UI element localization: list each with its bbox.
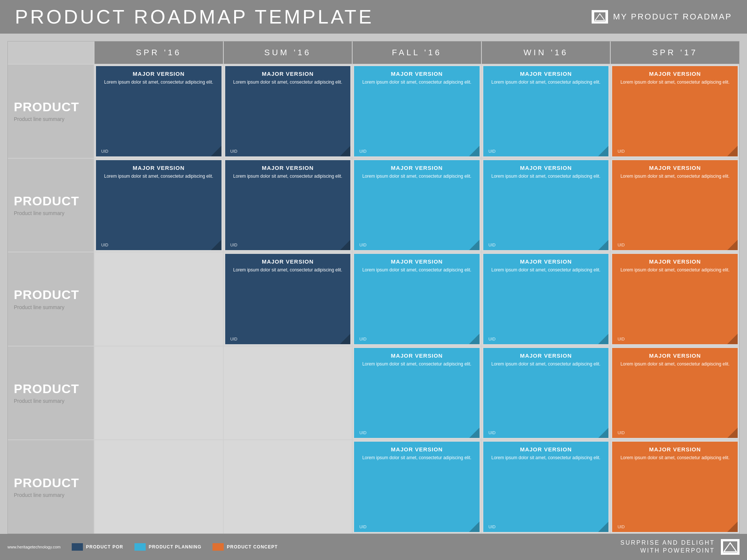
version-title: MAJOR VERSION	[649, 258, 701, 265]
card-top: MAJOR VERSION Lorem ipsum dolor sit amet…	[101, 71, 216, 85]
footer-left: www.heritagetechnology.com PRODUCT POR P…	[7, 543, 278, 551]
brand-icon	[592, 10, 608, 24]
cell-r4-c3: MAJOR VERSION Lorem ipsum dolor sit amet…	[482, 440, 610, 533]
version-card-r4-c3: MAJOR VERSION Lorem ipsum dolor sit amet…	[483, 442, 609, 532]
card-top: MAJOR VERSION Lorem ipsum dolor sit amet…	[617, 352, 732, 367]
version-uid: UID	[489, 243, 604, 247]
header-brand: MY PRODUCT ROADMAP	[592, 10, 732, 24]
product-summary-1: Product line summary	[14, 210, 64, 216]
version-desc: Lorem ipsum dolor sit amet, consectetur …	[362, 173, 471, 180]
product-name-1: PRODUCT	[14, 194, 79, 208]
version-card-r1-c0: MAJOR VERSION Lorem ipsum dolor sit amet…	[96, 160, 221, 251]
version-card-r0-c3: MAJOR VERSION Lorem ipsum dolor sit amet…	[483, 66, 609, 156]
version-card-r4-c4: MAJOR VERSION Lorem ipsum dolor sit amet…	[612, 442, 738, 532]
card-top: MAJOR VERSION Lorem ipsum dolor sit amet…	[617, 71, 732, 85]
version-title: MAJOR VERSION	[520, 258, 572, 265]
cell-r3-c2: MAJOR VERSION Lorem ipsum dolor sit amet…	[353, 346, 481, 440]
cell-r0-c3: MAJOR VERSION Lorem ipsum dolor sit amet…	[482, 65, 610, 158]
version-title: MAJOR VERSION	[391, 165, 443, 171]
card-top: MAJOR VERSION Lorem ipsum dolor sit amet…	[359, 258, 474, 273]
version-card-r2-c4: MAJOR VERSION Lorem ipsum dolor sit amet…	[612, 254, 738, 344]
product-summary-3: Product line summary	[14, 398, 64, 404]
version-title: MAJOR VERSION	[133, 71, 185, 77]
header: PRODUCT ROADMAP TEMPLATE MY PRODUCT ROAD…	[0, 0, 747, 34]
legend-item-0: PRODUCT POR	[72, 543, 123, 551]
cell-r0-c1: MAJOR VERSION Lorem ipsum dolor sit amet…	[224, 65, 352, 158]
legend-box-dark-blue	[72, 543, 83, 551]
roadmap-grid: SPR '16 SUM '16 FALL '16 WIN '16 SPR '17…	[7, 41, 740, 534]
version-card-r1-c1: MAJOR VERSION Lorem ipsum dolor sit amet…	[225, 160, 351, 251]
cell-r4-c0	[94, 440, 223, 533]
version-title: MAJOR VERSION	[520, 446, 572, 452]
product-name-2: PRODUCT	[14, 288, 79, 302]
card-top: MAJOR VERSION Lorem ipsum dolor sit amet…	[230, 71, 345, 85]
version-title: MAJOR VERSION	[391, 258, 443, 265]
legend-box-orange	[213, 543, 224, 551]
legend-label-1: PRODUCT PLANNING	[149, 544, 201, 550]
cell-r1-c0: MAJOR VERSION Lorem ipsum dolor sit amet…	[94, 159, 223, 252]
season-header-2: FALL '16	[353, 41, 481, 64]
version-desc: Lorem ipsum dolor sit amet, consectetur …	[620, 361, 729, 367]
cell-r4-c1	[224, 440, 352, 533]
version-uid: UID	[359, 243, 474, 247]
version-desc: Lorem ipsum dolor sit amet, consectetur …	[233, 267, 342, 273]
version-title: MAJOR VERSION	[649, 71, 701, 77]
version-title: MAJOR VERSION	[520, 165, 572, 171]
product-label-1: PRODUCT Product line summary	[8, 159, 94, 252]
cell-r2-c4: MAJOR VERSION Lorem ipsum dolor sit amet…	[611, 252, 739, 346]
version-card-r0-c2: MAJOR VERSION Lorem ipsum dolor sit amet…	[354, 66, 480, 156]
version-card-r3-c2: MAJOR VERSION Lorem ipsum dolor sit amet…	[354, 348, 480, 438]
card-top: MAJOR VERSION Lorem ipsum dolor sit amet…	[101, 165, 216, 180]
version-desc: Lorem ipsum dolor sit amet, consectetur …	[104, 173, 213, 180]
footer-brand-icon	[721, 539, 740, 555]
corner-cell	[8, 41, 94, 64]
cell-r2-c2: MAJOR VERSION Lorem ipsum dolor sit amet…	[353, 252, 481, 346]
version-card-r4-c2: MAJOR VERSION Lorem ipsum dolor sit amet…	[354, 442, 480, 532]
version-desc: Lorem ipsum dolor sit amet, consectetur …	[492, 79, 601, 85]
version-uid: UID	[359, 430, 474, 435]
cell-r2-c0	[94, 252, 223, 346]
footer-website: www.heritagetechnology.com	[7, 545, 61, 549]
version-desc: Lorem ipsum dolor sit amet, consectetur …	[362, 361, 471, 367]
version-title: MAJOR VERSION	[649, 165, 701, 171]
product-label-2: PRODUCT Product line summary	[8, 252, 94, 346]
version-desc: Lorem ipsum dolor sit amet, consectetur …	[492, 267, 601, 273]
version-desc: Lorem ipsum dolor sit amet, consectetur …	[620, 173, 729, 180]
version-uid: UID	[230, 149, 345, 153]
version-card-r2-c2: MAJOR VERSION Lorem ipsum dolor sit amet…	[354, 254, 480, 344]
version-card-r2-c3: MAJOR VERSION Lorem ipsum dolor sit amet…	[483, 254, 609, 344]
version-uid: UID	[230, 243, 345, 247]
card-top: MAJOR VERSION Lorem ipsum dolor sit amet…	[617, 258, 732, 273]
version-title: MAJOR VERSION	[262, 165, 314, 171]
footer-tagline: SURPRISE AND DELIGHTWITH POWERPOINT	[620, 539, 715, 555]
version-uid: UID	[359, 149, 474, 153]
product-summary-0: Product line summary	[14, 116, 64, 122]
season-header-1: SUM '16	[224, 41, 352, 64]
season-header-0: SPR '16	[94, 41, 223, 64]
version-uid: UID	[489, 430, 604, 435]
version-title: MAJOR VERSION	[391, 446, 443, 452]
product-label-4: PRODUCT Product line summary	[8, 440, 94, 533]
card-top: MAJOR VERSION Lorem ipsum dolor sit amet…	[489, 352, 604, 367]
version-card-r0-c1: MAJOR VERSION Lorem ipsum dolor sit amet…	[225, 66, 351, 156]
cell-r3-c4: MAJOR VERSION Lorem ipsum dolor sit amet…	[611, 346, 739, 440]
version-uid: UID	[489, 149, 604, 153]
legend-item-1: PRODUCT PLANNING	[134, 543, 201, 551]
version-card-r0-c0: MAJOR VERSION Lorem ipsum dolor sit amet…	[96, 66, 221, 156]
legend-label-0: PRODUCT POR	[86, 544, 123, 550]
product-label-3: PRODUCT Product line summary	[8, 346, 94, 440]
version-card-r0-c4: MAJOR VERSION Lorem ipsum dolor sit amet…	[612, 66, 738, 156]
version-uid: UID	[617, 337, 732, 341]
card-top: MAJOR VERSION Lorem ipsum dolor sit amet…	[617, 446, 732, 461]
version-uid: UID	[359, 337, 474, 341]
card-top: MAJOR VERSION Lorem ipsum dolor sit amet…	[230, 258, 345, 273]
version-card-r3-c3: MAJOR VERSION Lorem ipsum dolor sit amet…	[483, 348, 609, 438]
legend-label-2: PRODUCT CONCEPT	[227, 544, 278, 550]
cell-r3-c1	[224, 346, 352, 440]
version-title: MAJOR VERSION	[649, 446, 701, 452]
card-top: MAJOR VERSION Lorem ipsum dolor sit amet…	[230, 165, 345, 180]
cell-r4-c4: MAJOR VERSION Lorem ipsum dolor sit amet…	[611, 440, 739, 533]
card-top: MAJOR VERSION Lorem ipsum dolor sit amet…	[359, 71, 474, 85]
version-desc: Lorem ipsum dolor sit amet, consectetur …	[362, 79, 471, 85]
version-uid: UID	[617, 430, 732, 435]
